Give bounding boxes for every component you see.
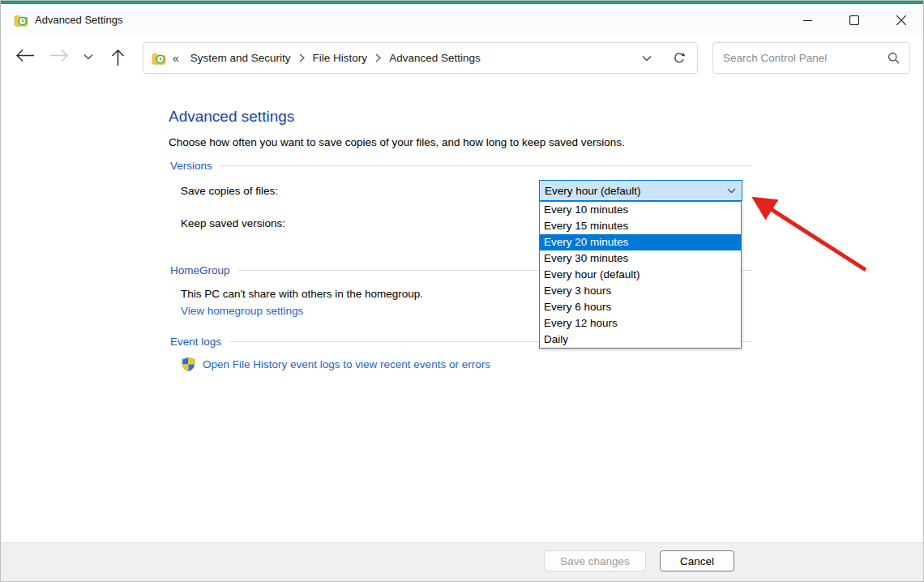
maximize-icon <box>849 15 859 25</box>
dropdown-option[interactable]: Every 15 minutes <box>540 218 741 234</box>
homegroup-header: HomeGroup <box>170 264 230 276</box>
open-event-logs-link[interactable]: Open File History event logs to view rec… <box>203 358 490 370</box>
minimize-icon <box>803 16 812 25</box>
file-history-breadcrumb-icon <box>152 51 166 66</box>
recent-pages-dropdown[interactable] <box>83 53 93 60</box>
section-divider <box>220 165 752 166</box>
search-box <box>712 42 910 74</box>
save-changes-button[interactable]: Save changes <box>544 550 646 571</box>
event-logs-link-row: Open File History event logs to view rec… <box>181 357 490 372</box>
section-versions: Versions <box>170 160 752 172</box>
breadcrumb-separator-icon[interactable] <box>299 53 305 62</box>
main-content: Advanced settings Choose how often you w… <box>1 79 924 542</box>
breadcrumb-separator-icon[interactable] <box>375 53 381 62</box>
homegroup-text: This PC can't share with others in the h… <box>181 288 423 300</box>
search-input[interactable] <box>713 52 888 64</box>
annotation-arrow <box>734 189 876 280</box>
forward-button[interactable] <box>49 49 69 62</box>
arrow-right-icon <box>49 49 69 62</box>
window-title: Advanced Settings <box>35 14 122 26</box>
breadcrumb-item-advanced-settings[interactable]: Advanced Settings <box>386 52 484 64</box>
address-dropdown-button[interactable] <box>642 55 652 62</box>
close-icon <box>896 15 906 25</box>
minimize-button[interactable] <box>784 4 831 36</box>
uac-shield-icon <box>181 357 196 372</box>
keep-versions-label: Keep saved versions: <box>181 217 285 229</box>
maximize-button[interactable] <box>831 4 878 36</box>
dropdown-option-highlighted[interactable]: Every 20 minutes <box>540 234 741 250</box>
chevron-down-icon <box>642 55 652 62</box>
title-bar: Advanced Settings <box>1 4 923 36</box>
search-icon[interactable] <box>888 52 900 64</box>
footer-bar: Save changes Cancel <box>1 542 924 582</box>
dropdown-option[interactable]: Daily <box>540 332 741 348</box>
breadcrumb[interactable]: « System and Security File History Advan… <box>143 42 698 74</box>
dropdown-option[interactable]: Every 30 minutes <box>540 250 741 267</box>
event-logs-header: Event logs <box>170 336 221 348</box>
versions-header: Versions <box>170 160 212 172</box>
dropdown-selected-value: Every hour (default) <box>540 185 721 197</box>
save-copies-dropdown[interactable]: Every hour (default) <box>539 180 742 201</box>
page-title: Advanced settings <box>169 108 294 126</box>
chevron-down-icon <box>83 53 93 60</box>
file-history-app-icon <box>14 13 28 28</box>
dropdown-option[interactable]: Every 3 hours <box>540 283 741 299</box>
dropdown-option[interactable]: Every hour (default) <box>540 267 741 283</box>
cancel-button[interactable]: Cancel <box>660 550 734 571</box>
page-description: Choose how often you want to save copies… <box>169 136 625 148</box>
dropdown-option[interactable]: Every 12 hours <box>540 315 741 332</box>
view-homegroup-settings-link[interactable]: View homegroup settings <box>181 305 303 317</box>
arrow-up-icon <box>111 49 125 66</box>
navigation-bar: « System and Security File History Advan… <box>1 36 923 79</box>
breadcrumb-collapsed-indicator[interactable]: « <box>173 52 179 65</box>
save-copies-dropdown-list: Every 10 minutes Every 15 minutes Every … <box>539 201 742 349</box>
refresh-button[interactable] <box>673 52 686 65</box>
arrow-left-icon <box>15 49 35 62</box>
save-copies-label: Save copies of files: <box>181 185 278 197</box>
breadcrumb-item-file-history[interactable]: File History <box>310 52 371 64</box>
advanced-settings-window: Advanced Settings <box>0 0 924 582</box>
breadcrumb-item-system-and-security[interactable]: System and Security <box>187 52 294 64</box>
dropdown-option[interactable]: Every 10 minutes <box>540 202 741 218</box>
back-button[interactable] <box>15 49 35 62</box>
dropdown-chevron-icon[interactable] <box>721 188 742 194</box>
close-button[interactable] <box>878 4 924 36</box>
dropdown-option[interactable]: Every 6 hours <box>540 299 741 315</box>
up-button[interactable] <box>111 49 125 66</box>
refresh-icon <box>673 52 686 65</box>
